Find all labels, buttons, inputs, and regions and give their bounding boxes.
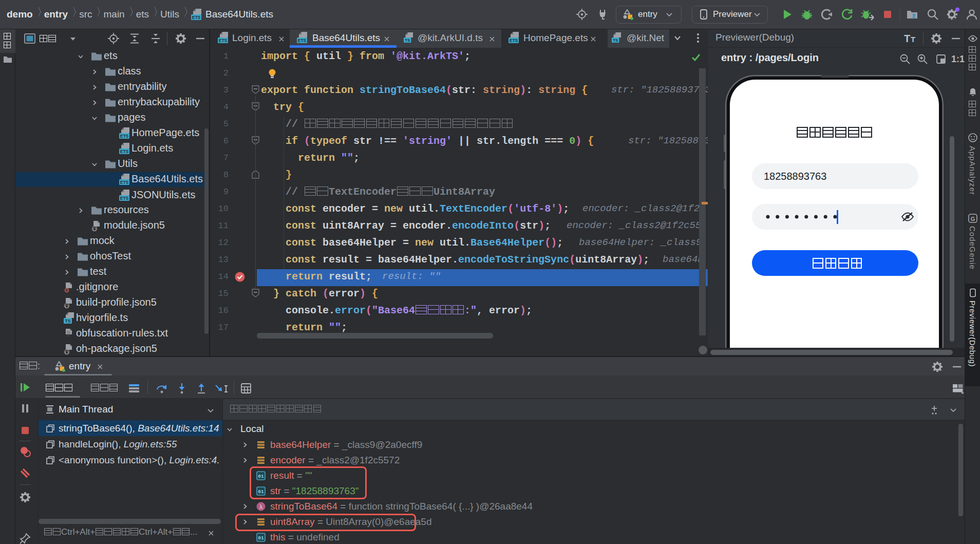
svg-text:ETS: ETS — [510, 38, 518, 43]
svg-text:{}: {} — [92, 227, 97, 231]
svg-text:ETS: ETS — [120, 180, 129, 185]
svg-text:ETS: ETS — [298, 38, 307, 43]
svg-text:{}: {} — [65, 350, 69, 354]
svg-text:TS: TS — [613, 38, 618, 43]
svg-text:T: T — [911, 35, 915, 44]
svg-text:TS: TS — [65, 318, 71, 324]
svg-text:{}: {} — [65, 304, 69, 308]
svg-text:01: 01 — [258, 535, 264, 541]
svg-text:ETS: ETS — [192, 15, 201, 20]
svg-text:T: T — [904, 33, 910, 44]
svg-text:ETS: ETS — [120, 149, 129, 154]
svg-text:G: G — [971, 216, 975, 222]
svg-text:λ: λ — [259, 503, 262, 511]
svg-text:TS: TS — [405, 38, 410, 43]
svg-text:ETS: ETS — [219, 38, 228, 43]
svg-text:ETS: ETS — [120, 134, 129, 139]
svg-text:ETS: ETS — [120, 196, 129, 201]
